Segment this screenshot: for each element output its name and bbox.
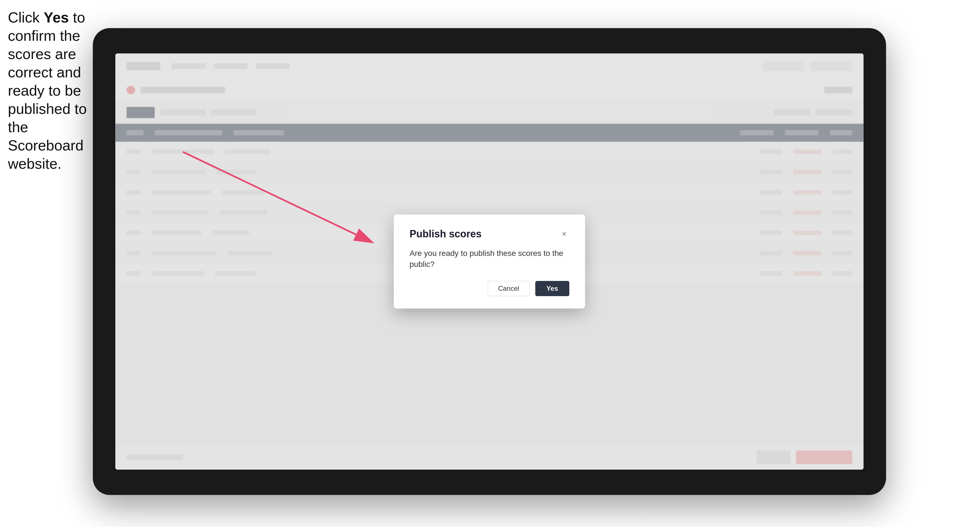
publish-scores-modal: Publish scores × Are you ready to publis… xyxy=(394,214,585,308)
modal-header: Publish scores × xyxy=(410,228,570,240)
yes-button[interactable]: Yes xyxy=(535,281,570,296)
modal-backdrop: Publish scores × Are you ready to publis… xyxy=(115,54,864,470)
tablet-screen: Publish scores × Are you ready to publis… xyxy=(115,54,864,470)
modal-close-button[interactable]: × xyxy=(559,229,570,239)
modal-footer: Cancel Yes xyxy=(410,281,570,296)
cancel-button[interactable]: Cancel xyxy=(488,281,530,296)
modal-title: Publish scores xyxy=(410,228,482,240)
modal-body-text: Are you ready to publish these scores to… xyxy=(410,248,570,270)
tablet-device: Publish scores × Are you ready to publis… xyxy=(93,28,886,495)
instruction-text: Click Yes to confirm the scores are corr… xyxy=(8,8,91,173)
